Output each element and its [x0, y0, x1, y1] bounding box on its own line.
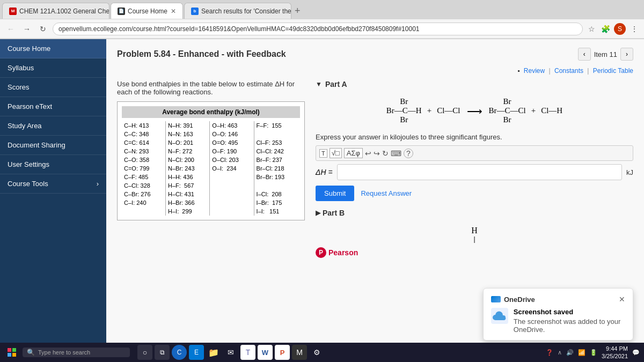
browser-chrome: M CHEM 121A.1002 General Chem... ✕ 📄 Cou… [0, 0, 644, 39]
sidebar-label-study-area: Study Area [8, 122, 42, 130]
pearson-text: Pearson [328, 248, 358, 257]
taskbar-word[interactable]: W [258, 345, 273, 360]
taskbar-network-icon[interactable]: 📶 [578, 349, 586, 356]
table-row: C–Br: 276H–Cl: 431I–Cl: 208 [122, 190, 300, 198]
product-br-left: Br— [489, 106, 505, 115]
answer-input[interactable] [337, 164, 622, 180]
back-button[interactable]: ← [4, 23, 17, 35]
sidebar-item-syllabus[interactable]: Syllabus [0, 58, 106, 78]
part-b-header[interactable]: ▶ Part B [316, 209, 633, 217]
taskbar-ppt[interactable]: P [275, 345, 290, 360]
table-title: Average bond enthalpy (kJ/mol) [122, 106, 300, 118]
taskbar: 🔍 Type here to search ○ ⧉ C E 📁 ✉ T W P … [0, 343, 644, 362]
notification-icon[interactable]: 💬 [632, 349, 640, 356]
taskbar-mail[interactable]: ✉ [223, 345, 238, 360]
table-row: C–F: 485H–H: 436Br–Br: 193 [122, 173, 300, 181]
sidebar: Course Home Syllabus Scores Pearson eTex… [0, 39, 106, 362]
bond-table: C–H: 413N–H: 391O–H: 463F–F: 155 C–C: 34… [122, 121, 300, 216]
address-bar[interactable]: openvellum.ecollege.com/course.html?cour… [53, 23, 583, 35]
next-item-button[interactable]: › [620, 48, 633, 61]
extension-icon[interactable]: 🧩 [600, 24, 611, 34]
reload-button[interactable]: ↻ [36, 23, 49, 35]
table-row: C–Cl: 328H–F: 567 [122, 181, 300, 190]
notif-body: Screenshot saved The screenshot was adde… [491, 308, 625, 334]
taskbar-cortana[interactable]: ○ [137, 345, 152, 360]
address-text: openvellum.ecollege.com/course.html?cour… [58, 25, 420, 33]
help-icon[interactable]: ? [404, 149, 413, 158]
part-a-arrow-icon: ▼ [316, 80, 322, 88]
table-row: C–N: 293N–F: 272O–F: 190Cl–Cl: 242 [122, 147, 300, 156]
action-row: Submit Request Answer [316, 186, 633, 201]
cl-h-product: Cl—H [541, 106, 562, 115]
sidebar-item-course-tools[interactable]: Course Tools › [0, 174, 106, 194]
item-nav: ‹ Item 11 › [578, 48, 633, 61]
sep2: | [587, 67, 589, 75]
review-link[interactable]: Review [524, 67, 545, 75]
taskbar-speaker-icon[interactable]: 🔊 [566, 349, 574, 356]
part-a-label: Part A [325, 80, 347, 88]
part-a-header[interactable]: ▼ Part A [316, 80, 633, 88]
reactant-c: C [402, 106, 408, 115]
request-answer-link[interactable]: Request Answer [361, 189, 412, 197]
notif-close-button[interactable]: ✕ [619, 295, 625, 304]
reactant-h-right: —H [408, 106, 422, 115]
notif-title: OneDrive [491, 295, 535, 304]
sidebar-item-study-area[interactable]: Study Area [0, 116, 106, 136]
sidebar-item-course-home[interactable]: Course Home [0, 39, 106, 58]
sidebar-label-course-home: Course Home [8, 45, 50, 53]
taskbar-help-icon[interactable]: ❓ [546, 349, 553, 356]
constants-link[interactable]: Constants [554, 67, 583, 75]
taskbar-search-box[interactable]: 🔍 Type here to search [23, 348, 130, 357]
keyboard-icon[interactable]: ⌨ [391, 149, 401, 158]
table-row: C–C: 348N–N: 163O–O: 146 [122, 130, 300, 138]
tab-close-course[interactable]: ✕ [171, 8, 176, 15]
search-icon: 🔍 [27, 349, 35, 356]
taskbar-taskview[interactable]: ⧉ [155, 345, 170, 360]
references-bar: ▪ Review | Constants | Periodic Table [117, 67, 633, 75]
taskbar-app5[interactable]: M [292, 345, 307, 360]
prev-item-button[interactable]: ‹ [578, 48, 591, 61]
forward-button[interactable]: → [20, 23, 33, 35]
browser-controls: ← → ↻ openvellum.ecollege.com/course.htm… [0, 19, 644, 39]
tab-label-chem: CHEM 121A.1002 General Chem... [19, 8, 109, 15]
sidebar-item-scores[interactable]: Scores [0, 78, 106, 97]
taskbar-edge[interactable]: E [189, 345, 204, 360]
table-row: H–I: 299I–I: 151 [122, 207, 300, 216]
notif-saved-title: Screenshot saved [514, 308, 625, 316]
refresh-icon[interactable]: ↻ [382, 149, 389, 158]
problem-title: Problem 5.84 - Enhanced - with Feedback [117, 49, 286, 59]
sidebar-label-pearson-etext: Pearson eText [8, 102, 52, 110]
menu-icon[interactable]: ⋮ [629, 24, 640, 34]
tab-search[interactable]: b Search results for 'Consider the b... … [184, 3, 291, 19]
periodic-table-link[interactable]: Periodic Table [593, 67, 633, 75]
star-icon[interactable]: ☆ [586, 24, 597, 34]
taskbar-settings[interactable]: ⚙ [309, 345, 324, 360]
undo-icon[interactable]: ↩ [365, 149, 371, 158]
tab-course-home[interactable]: 📄 Course Home ✕ [111, 3, 183, 19]
sqrt-icon[interactable]: √□ [330, 148, 342, 158]
sidebar-label-user-settings: User Settings [8, 160, 49, 168]
sidebar-item-document-sharing[interactable]: Document Sharing [0, 136, 106, 155]
taskbar-files[interactable]: 📁 [206, 345, 221, 360]
h-structure: H | [316, 226, 633, 243]
start-button[interactable] [4, 345, 19, 360]
redo-icon[interactable]: ↪ [374, 149, 380, 158]
taskbar-up-icon[interactable]: ∧ [558, 349, 562, 356]
sidebar-item-pearson-etext[interactable]: Pearson eText [0, 97, 106, 116]
content-area: Use bond enthalpies in the table below t… [117, 80, 633, 258]
submit-button[interactable]: Submit [316, 186, 354, 201]
sigma-icon[interactable]: ΑΣφ [344, 148, 363, 158]
tab-icon-doc: 📄 [118, 8, 125, 15]
taskbar-chrome[interactable]: C [172, 345, 187, 360]
tab-chem[interactable]: M CHEM 121A.1002 General Chem... ✕ [2, 3, 109, 19]
tab-icon-chem: M [9, 8, 17, 15]
user-icon[interactable]: S [614, 23, 626, 35]
product-top-br: Br [503, 97, 511, 106]
text-format-icon: T [319, 149, 327, 158]
sidebar-item-user-settings[interactable]: User Settings [0, 155, 106, 174]
new-tab-button[interactable]: + [295, 5, 301, 17]
taskbar-teams[interactable]: T [240, 345, 255, 360]
cl-cl-molecule: Cl—Cl [437, 106, 460, 115]
part-b-section: ▶ Part B [316, 209, 633, 217]
chevron-right-icon: › [97, 180, 99, 188]
